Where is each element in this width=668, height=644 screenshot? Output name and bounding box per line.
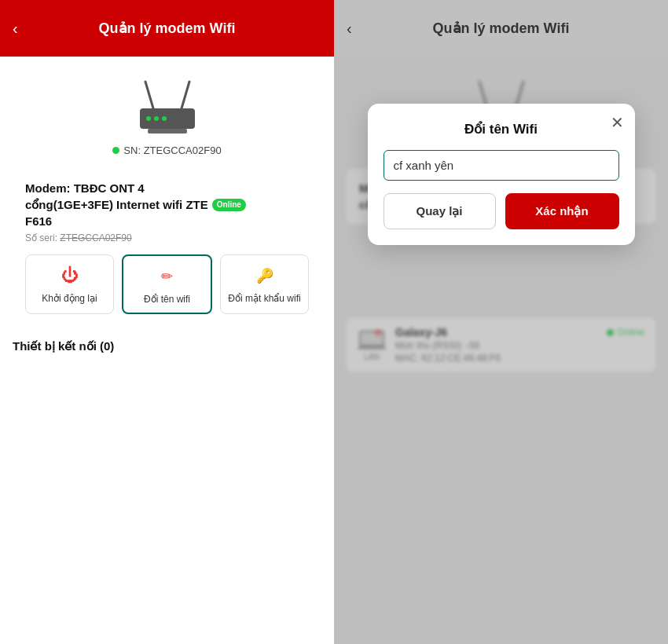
right-back-button[interactable]: ‹ (347, 20, 352, 36)
rename-wifi-label: Đổi tên wifi (144, 294, 190, 305)
left-modem-name-line1: Modem: TBĐC ONT 4 (25, 180, 309, 196)
left-modem-name-line2-row: cổng(1GE+3FE) Internet wifi ZTE Online (25, 196, 309, 213)
change-pw-label: Đổi mật khẩu wifi (228, 293, 300, 304)
left-sn-text: SN: ZTEGCCA02F90 (123, 145, 221, 156)
left-seri-value: ZTEGCCA02F90 (60, 232, 131, 243)
confirm-button[interactable]: Xác nhận (505, 193, 619, 229)
right-content-wrapper: SN: ZTEGCC••••F90 Modem: TBĐC ONT 4 cổng… (334, 57, 668, 644)
left-modem-image-section: SN: ZTEGCCA02F90 (13, 57, 321, 166)
left-modem-card: Modem: TBĐC ONT 4 cổng(1GE+3FE) Internet… (13, 169, 321, 325)
svg-rect-6 (148, 129, 187, 134)
restart-icon: ⏻ (57, 263, 83, 288)
left-modem-name-line3: F616 (25, 213, 309, 229)
left-seri-label: Số seri: (25, 232, 57, 243)
left-header-title: Quản lý modem Wifi (99, 20, 236, 37)
modal-overlay: ✕ Đổi tên Wifi Quay lại Xác nhận (334, 57, 668, 644)
svg-point-5 (162, 116, 167, 121)
rename-wifi-icon: ✏ (155, 264, 180, 289)
connected-title: Thiết bị kết nối (0) (13, 339, 321, 353)
left-sn-dot (112, 147, 119, 154)
left-action-row: ⏻ Khởi động lại ✏ Đổi tên wifi 🔑 Đổi mật… (25, 254, 309, 314)
right-panel: ‹ Quản lý modem Wifi (334, 0, 668, 644)
change-pw-icon: 🔑 (252, 263, 277, 288)
rename-wifi-modal: ✕ Đổi tên Wifi Quay lại Xác nhận (368, 104, 635, 245)
cancel-button[interactable]: Quay lại (384, 193, 496, 229)
right-header: ‹ Quản lý modem Wifi (334, 0, 668, 57)
svg-point-3 (146, 116, 151, 121)
left-header: ‹ Quản lý modem Wifi (0, 0, 334, 57)
left-sn-row: SN: ZTEGCCA02F90 (112, 145, 221, 156)
left-modem-name-line2: cổng(1GE+3FE) Internet wifi ZTE (25, 196, 208, 213)
rename-wifi-button[interactable]: ✏ Đổi tên wifi (122, 254, 212, 314)
restart-button[interactable]: ⏻ Khởi động lại (25, 254, 114, 314)
modal-close-button[interactable]: ✕ (611, 113, 624, 132)
modal-title: Đổi tên Wifi (384, 121, 619, 137)
left-seri-row: Số seri: ZTEGCCA02F90 (25, 232, 309, 243)
modal-actions: Quay lại Xác nhận (384, 193, 619, 229)
modem-image (128, 75, 207, 138)
left-panel: ‹ Quản lý modem Wifi (0, 0, 334, 644)
svg-point-4 (154, 116, 159, 121)
right-header-title: Quản lý modem Wifi (433, 20, 570, 37)
left-content: SN: ZTEGCCA02F90 Modem: TBĐC ONT 4 cổng(… (0, 57, 334, 644)
left-status-badge: Online (212, 199, 246, 211)
restart-label: Khởi động lại (42, 293, 97, 304)
change-pw-button[interactable]: 🔑 Đổi mật khẩu wifi (220, 254, 309, 314)
svg-line-1 (182, 82, 189, 108)
svg-line-0 (145, 82, 153, 108)
left-back-button[interactable]: ‹ (13, 20, 18, 36)
wifi-name-input[interactable] (384, 150, 619, 181)
